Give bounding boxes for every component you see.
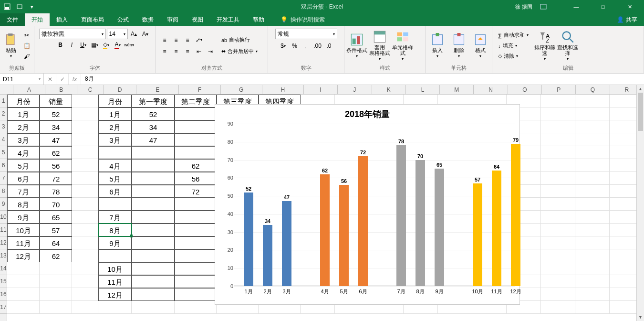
cell[interactable] bbox=[175, 288, 217, 301]
cell[interactable]: 72 bbox=[175, 185, 217, 198]
col-header-Q[interactable]: Q bbox=[576, 85, 610, 94]
cell[interactable] bbox=[132, 224, 175, 236]
cell[interactable]: 5月 bbox=[98, 172, 132, 185]
copy-button[interactable]: 📋 bbox=[21, 41, 32, 51]
cell[interactable]: 9月 bbox=[98, 236, 132, 249]
cell[interactable] bbox=[7, 275, 40, 288]
font-color-button[interactable]: A▾ bbox=[113, 40, 123, 50]
cell[interactable] bbox=[575, 275, 610, 288]
enter-formula-button[interactable]: ✓ bbox=[56, 74, 69, 85]
bold-button[interactable]: B bbox=[55, 40, 66, 50]
col-header-H[interactable]: H bbox=[262, 85, 304, 94]
cell[interactable] bbox=[175, 107, 217, 120]
formula-input[interactable]: 8月 bbox=[81, 74, 644, 85]
col-header-L[interactable]: L bbox=[406, 85, 440, 94]
cell[interactable] bbox=[98, 249, 132, 262]
indent-decrease-button[interactable]: ⇤ bbox=[194, 47, 204, 56]
cell[interactable] bbox=[575, 236, 610, 249]
row-header-12[interactable]: 12 bbox=[0, 236, 7, 249]
cell[interactable] bbox=[175, 211, 217, 224]
row-header-10[interactable]: 10 bbox=[0, 211, 7, 224]
cell[interactable] bbox=[40, 301, 72, 314]
share-button[interactable]: 👤共享 bbox=[610, 13, 644, 26]
cell[interactable] bbox=[40, 275, 72, 288]
cell[interactable]: 64 bbox=[40, 236, 72, 249]
cell[interactable] bbox=[575, 262, 610, 275]
cell[interactable] bbox=[132, 262, 175, 275]
autosum-button[interactable]: ∑自动求和▾ bbox=[496, 31, 530, 40]
cell[interactable] bbox=[132, 301, 175, 314]
cell[interactable]: 月份 bbox=[98, 95, 132, 107]
undo-icon[interactable] bbox=[15, 2, 24, 11]
tab-data[interactable]: 数据 bbox=[135, 13, 160, 26]
cell[interactable]: 70 bbox=[40, 198, 72, 211]
cell[interactable] bbox=[575, 301, 610, 314]
cell[interactable] bbox=[175, 275, 217, 288]
clear-button[interactable]: ◇清除▾ bbox=[496, 52, 530, 61]
cell[interactable] bbox=[575, 185, 610, 198]
phonetic-button[interactable]: wén▾ bbox=[124, 40, 135, 50]
fx-button[interactable]: fx bbox=[69, 74, 81, 85]
cell[interactable] bbox=[72, 262, 98, 275]
cell[interactable] bbox=[541, 249, 575, 262]
tell-me-search[interactable]: 💡操作说明搜索 bbox=[280, 13, 325, 26]
paste-button[interactable]: 粘贴▾ bbox=[2, 30, 20, 62]
col-header-J[interactable]: J bbox=[338, 85, 372, 94]
align-right-button[interactable]: ≡ bbox=[182, 47, 193, 56]
cell[interactable]: 78 bbox=[40, 185, 72, 198]
wrap-text-button[interactable]: ab自动换行 bbox=[219, 35, 260, 45]
qat-dropdown[interactable]: ▾ bbox=[28, 2, 36, 11]
cell[interactable]: 2月 bbox=[7, 120, 40, 133]
cell[interactable]: 62 bbox=[40, 146, 72, 159]
cell[interactable] bbox=[132, 211, 175, 224]
align-left-button[interactable]: ≡ bbox=[159, 47, 170, 56]
cell[interactable]: 34 bbox=[40, 120, 72, 133]
col-header-P[interactable]: P bbox=[542, 85, 576, 94]
cell[interactable]: 47 bbox=[40, 133, 72, 146]
cell[interactable] bbox=[175, 146, 217, 159]
minimize-button[interactable]: — bbox=[567, 4, 586, 10]
cell[interactable]: 57 bbox=[40, 224, 72, 236]
cell[interactable] bbox=[541, 95, 575, 107]
col-header-D[interactable]: D bbox=[104, 85, 136, 94]
cell[interactable] bbox=[575, 120, 610, 133]
col-header-M[interactable]: M bbox=[440, 85, 474, 94]
cell[interactable] bbox=[541, 262, 575, 275]
tab-layout[interactable]: 页面布局 bbox=[74, 13, 111, 26]
cell[interactable] bbox=[541, 185, 575, 198]
tab-formulas[interactable]: 公式 bbox=[111, 13, 135, 26]
cell[interactable] bbox=[72, 224, 98, 236]
cell[interactable] bbox=[541, 120, 575, 133]
embedded-chart[interactable]: 2018年销量0102030405060708090521月342月473月62… bbox=[215, 104, 520, 305]
orientation-button[interactable]: ⤢▾ bbox=[194, 35, 204, 45]
user-name[interactable]: 徐 振国 bbox=[515, 3, 532, 11]
cell[interactable] bbox=[175, 198, 217, 211]
cell[interactable]: 11月 bbox=[7, 236, 40, 249]
align-center-button[interactable]: ≡ bbox=[171, 47, 181, 56]
cell[interactable]: 9月 bbox=[7, 211, 40, 224]
cell[interactable] bbox=[98, 198, 132, 211]
cell[interactable] bbox=[575, 224, 610, 236]
conditional-format-button[interactable]: 条件格式▾ bbox=[346, 30, 367, 62]
fill-button[interactable]: ↓填充▾ bbox=[496, 41, 530, 51]
row-header-11[interactable]: 11 bbox=[0, 224, 7, 236]
cell[interactable]: 52 bbox=[40, 107, 72, 120]
cell[interactable] bbox=[72, 301, 98, 314]
merge-center-button[interactable]: ⬌合并后居中▾ bbox=[219, 47, 260, 56]
col-header-E[interactable]: E bbox=[136, 85, 179, 94]
italic-button[interactable]: I bbox=[67, 40, 77, 50]
cell[interactable]: 10月 bbox=[98, 262, 132, 275]
percent-button[interactable]: % bbox=[290, 41, 300, 51]
cell[interactable]: 8月 bbox=[98, 224, 132, 236]
cell[interactable]: 56 bbox=[40, 159, 72, 172]
cell[interactable] bbox=[575, 172, 610, 185]
cell[interactable]: 34 bbox=[132, 120, 175, 133]
cell[interactable] bbox=[40, 288, 72, 301]
decrease-font-button[interactable]: A▾ bbox=[140, 29, 151, 39]
cell[interactable] bbox=[575, 107, 610, 120]
font-combo[interactable]: 微软雅黑▾ bbox=[39, 29, 106, 39]
col-header-A[interactable]: A bbox=[13, 85, 45, 94]
row-header-4[interactable]: 4 bbox=[0, 133, 7, 146]
cell[interactable]: 6月 bbox=[7, 172, 40, 185]
scroll-thumb[interactable] bbox=[638, 93, 643, 131]
